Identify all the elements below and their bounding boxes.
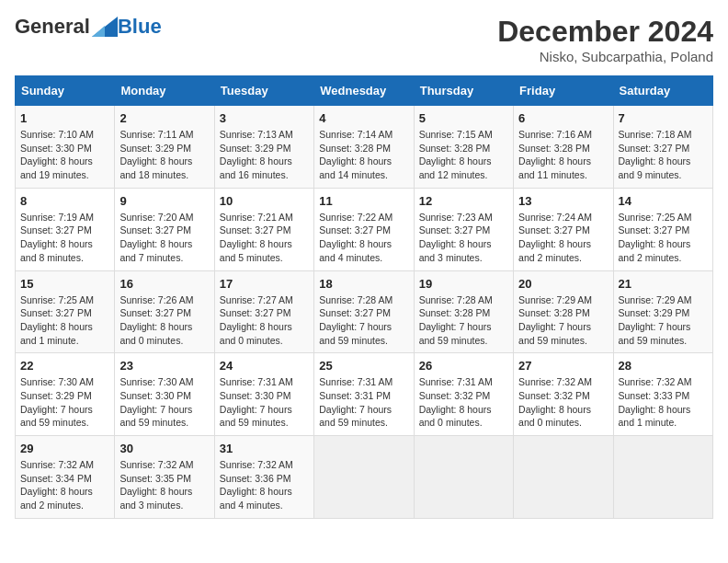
- cell-info: Sunrise: 7:10 AMSunset: 3:30 PMDaylight:…: [20, 129, 94, 180]
- cell-info: Sunrise: 7:22 AMSunset: 3:27 PMDaylight:…: [319, 212, 392, 263]
- cell-info: Sunrise: 7:24 AMSunset: 3:27 PMDaylight:…: [518, 212, 592, 263]
- table-row: 17Sunrise: 7:27 AMSunset: 3:27 PMDayligh…: [214, 270, 313, 353]
- day-number: 21: [619, 277, 708, 291]
- day-number: 11: [319, 194, 408, 208]
- table-row: [414, 436, 513, 519]
- logo: General Blue: [15, 15, 162, 39]
- cell-info: Sunrise: 7:29 AMSunset: 3:28 PMDaylight:…: [518, 294, 592, 346]
- cell-info: Sunrise: 7:13 AMSunset: 3:29 PMDaylight:…: [220, 129, 293, 180]
- table-row: 28Sunrise: 7:32 AMSunset: 3:33 PMDayligh…: [613, 353, 712, 436]
- table-row: 12Sunrise: 7:23 AMSunset: 3:27 PMDayligh…: [414, 188, 513, 270]
- cell-info: Sunrise: 7:31 AMSunset: 3:31 PMDaylight:…: [319, 376, 392, 428]
- day-number: 10: [220, 194, 309, 208]
- cell-info: Sunrise: 7:32 AMSunset: 3:32 PMDaylight:…: [518, 376, 592, 428]
- calendar-week-1: 8Sunrise: 7:19 AMSunset: 3:27 PMDaylight…: [16, 188, 713, 270]
- calendar-header-row: SundayMondayTuesdayWednesdayThursdayFrid…: [16, 76, 713, 106]
- day-number: 16: [119, 277, 209, 291]
- cell-info: Sunrise: 7:32 AMSunset: 3:36 PMDaylight:…: [220, 459, 293, 511]
- day-header-sunday: Sunday: [16, 76, 115, 106]
- table-row: 13Sunrise: 7:24 AMSunset: 3:27 PMDayligh…: [514, 188, 613, 270]
- cell-info: Sunrise: 7:32 AMSunset: 3:35 PMDaylight:…: [119, 459, 193, 511]
- table-row: 10Sunrise: 7:21 AMSunset: 3:27 PMDayligh…: [214, 188, 313, 270]
- day-number: 15: [20, 277, 109, 291]
- table-row: [613, 436, 712, 519]
- day-number: 20: [518, 277, 608, 291]
- day-number: 31: [220, 442, 309, 455]
- cell-info: Sunrise: 7:32 AMSunset: 3:33 PMDaylight:…: [619, 376, 692, 428]
- calendar-week-0: 1Sunrise: 7:10 AMSunset: 3:30 PMDaylight…: [16, 106, 713, 189]
- day-number: 27: [518, 359, 608, 373]
- table-row: 30Sunrise: 7:32 AMSunset: 3:35 PMDayligh…: [115, 436, 214, 519]
- cell-info: Sunrise: 7:25 AMSunset: 3:27 PMDaylight:…: [619, 212, 692, 263]
- calendar-week-3: 22Sunrise: 7:30 AMSunset: 3:29 PMDayligh…: [16, 353, 713, 436]
- day-number: 28: [619, 359, 708, 373]
- cell-info: Sunrise: 7:21 AMSunset: 3:27 PMDaylight:…: [220, 212, 293, 263]
- location-subtitle: Nisko, Subcarpathia, Poland: [497, 49, 713, 64]
- svg-marker-1: [92, 26, 105, 37]
- day-header-monday: Monday: [115, 76, 214, 106]
- logo-general: General: [15, 15, 90, 39]
- day-header-saturday: Saturday: [613, 76, 712, 106]
- table-row: 14Sunrise: 7:25 AMSunset: 3:27 PMDayligh…: [613, 188, 712, 270]
- day-number: 18: [319, 277, 408, 291]
- day-header-friday: Friday: [514, 76, 613, 106]
- table-row: 27Sunrise: 7:32 AMSunset: 3:32 PMDayligh…: [514, 353, 613, 436]
- day-number: 2: [119, 111, 209, 125]
- table-row: 7Sunrise: 7:18 AMSunset: 3:27 PMDaylight…: [613, 106, 712, 189]
- cell-info: Sunrise: 7:14 AMSunset: 3:28 PMDaylight:…: [319, 129, 392, 180]
- calendar-week-2: 15Sunrise: 7:25 AMSunset: 3:27 PMDayligh…: [16, 270, 713, 353]
- day-number: 7: [619, 111, 708, 125]
- header-area: General Blue December 2024 Nisko, Subcar…: [15, 15, 713, 64]
- table-row: 1Sunrise: 7:10 AMSunset: 3:30 PMDaylight…: [16, 106, 115, 189]
- day-number: 6: [518, 111, 608, 125]
- table-row: 22Sunrise: 7:30 AMSunset: 3:29 PMDayligh…: [16, 353, 115, 436]
- table-row: 19Sunrise: 7:28 AMSunset: 3:28 PMDayligh…: [414, 270, 513, 353]
- cell-info: Sunrise: 7:18 AMSunset: 3:27 PMDaylight:…: [619, 129, 692, 180]
- table-row: 26Sunrise: 7:31 AMSunset: 3:32 PMDayligh…: [414, 353, 513, 436]
- day-number: 3: [220, 111, 309, 125]
- cell-info: Sunrise: 7:30 AMSunset: 3:29 PMDaylight:…: [20, 376, 94, 428]
- table-row: 15Sunrise: 7:25 AMSunset: 3:27 PMDayligh…: [16, 270, 115, 353]
- cell-info: Sunrise: 7:26 AMSunset: 3:27 PMDaylight:…: [119, 294, 193, 346]
- calendar-week-4: 29Sunrise: 7:32 AMSunset: 3:34 PMDayligh…: [16, 436, 713, 519]
- day-number: 25: [319, 359, 408, 373]
- cell-info: Sunrise: 7:19 AMSunset: 3:27 PMDaylight:…: [20, 212, 94, 263]
- table-row: 20Sunrise: 7:29 AMSunset: 3:28 PMDayligh…: [514, 270, 613, 353]
- cell-info: Sunrise: 7:20 AMSunset: 3:27 PMDaylight:…: [119, 212, 193, 263]
- cell-info: Sunrise: 7:25 AMSunset: 3:27 PMDaylight:…: [20, 294, 94, 346]
- day-number: 9: [119, 194, 209, 208]
- cell-info: Sunrise: 7:16 AMSunset: 3:28 PMDaylight:…: [518, 129, 592, 180]
- calendar-table: SundayMondayTuesdayWednesdayThursdayFrid…: [15, 75, 713, 519]
- day-number: 12: [419, 194, 508, 208]
- day-number: 13: [518, 194, 608, 208]
- table-row: 8Sunrise: 7:19 AMSunset: 3:27 PMDaylight…: [16, 188, 115, 270]
- cell-info: Sunrise: 7:29 AMSunset: 3:29 PMDaylight:…: [619, 294, 692, 346]
- cell-info: Sunrise: 7:11 AMSunset: 3:29 PMDaylight:…: [119, 129, 193, 180]
- cell-info: Sunrise: 7:28 AMSunset: 3:27 PMDaylight:…: [319, 294, 392, 346]
- cell-info: Sunrise: 7:23 AMSunset: 3:27 PMDaylight:…: [419, 212, 493, 263]
- cell-info: Sunrise: 7:31 AMSunset: 3:32 PMDaylight:…: [419, 376, 493, 428]
- table-row: 9Sunrise: 7:20 AMSunset: 3:27 PMDaylight…: [115, 188, 214, 270]
- table-row: 16Sunrise: 7:26 AMSunset: 3:27 PMDayligh…: [115, 270, 214, 353]
- day-number: 23: [119, 359, 209, 373]
- day-number: 1: [20, 111, 109, 125]
- day-number: 24: [220, 359, 309, 373]
- day-number: 5: [419, 111, 508, 125]
- table-row: 3Sunrise: 7:13 AMSunset: 3:29 PMDaylight…: [214, 106, 313, 189]
- day-number: 19: [419, 277, 508, 291]
- table-row: 21Sunrise: 7:29 AMSunset: 3:29 PMDayligh…: [613, 270, 712, 353]
- month-title: December 2024: [497, 15, 713, 49]
- table-row: 11Sunrise: 7:22 AMSunset: 3:27 PMDayligh…: [314, 188, 414, 270]
- day-number: 4: [319, 111, 408, 125]
- table-row: 18Sunrise: 7:28 AMSunset: 3:27 PMDayligh…: [314, 270, 414, 353]
- table-row: [314, 436, 414, 519]
- table-row: 5Sunrise: 7:15 AMSunset: 3:28 PMDaylight…: [414, 106, 513, 189]
- table-row: 31Sunrise: 7:32 AMSunset: 3:36 PMDayligh…: [214, 436, 313, 519]
- logo-area: General Blue: [15, 15, 162, 39]
- table-row: [514, 436, 613, 519]
- day-number: 26: [419, 359, 508, 373]
- cell-info: Sunrise: 7:15 AMSunset: 3:28 PMDaylight:…: [419, 129, 493, 180]
- cell-info: Sunrise: 7:27 AMSunset: 3:27 PMDaylight:…: [220, 294, 293, 346]
- day-header-wednesday: Wednesday: [314, 76, 414, 106]
- cell-info: Sunrise: 7:31 AMSunset: 3:30 PMDaylight:…: [220, 376, 293, 428]
